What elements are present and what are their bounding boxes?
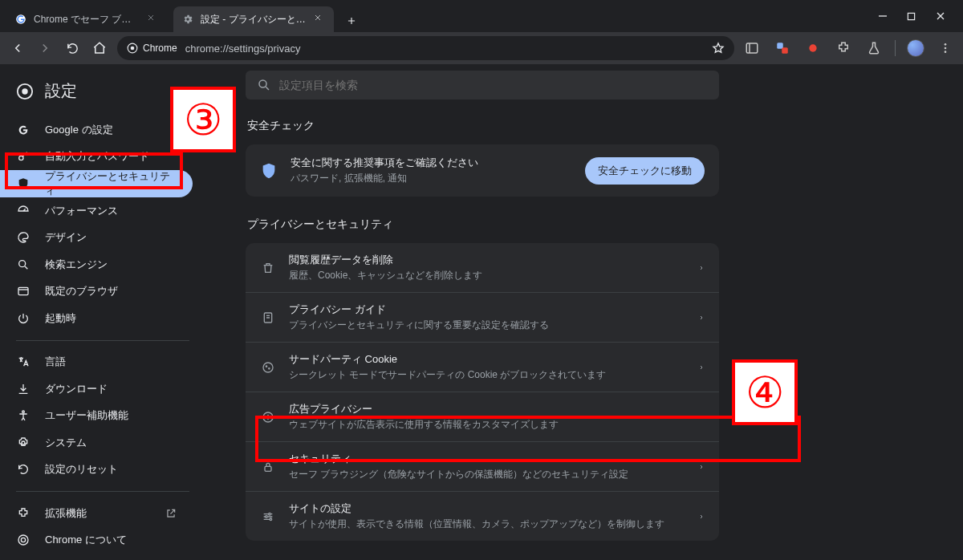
browser-tab[interactable]: Chrome でセーフ ブラウジングの保護 (6, 6, 167, 32)
browser-toolbar: Chrome chrome://settings/privacy (0, 32, 963, 64)
chevron-right-icon (698, 412, 705, 422)
sidebar-item-language[interactable]: 言語 (0, 348, 193, 375)
browser-icon (16, 284, 30, 298)
svg-point-8 (945, 43, 947, 46)
reading-list-icon[interactable] (742, 39, 762, 58)
row-site-settings[interactable]: サイトの設定サイトが使用、表示できる情報（位置情報、カメラ、ポップアップなど）を… (246, 491, 719, 541)
cookie-icon (260, 361, 276, 374)
svg-point-24 (269, 367, 270, 368)
menu-button[interactable] (936, 39, 955, 58)
sidebar-item-label: Chrome について (45, 533, 127, 547)
browser-tab-active[interactable]: 設定 - プライバシーとセキュリティ (173, 6, 334, 32)
safety-check-button[interactable]: 安全チェックに移動 (585, 157, 705, 185)
key-icon (16, 149, 30, 164)
svg-point-28 (266, 515, 268, 517)
extensions-icon[interactable] (834, 39, 853, 58)
reload-button[interactable] (63, 39, 82, 58)
sidebar-item-label: 言語 (45, 355, 66, 369)
sidebar-item-label: 設定のリセット (45, 462, 118, 477)
sidebar-item-label: 自動入力とパスワード (45, 149, 149, 164)
annotation-label: ④ (746, 367, 784, 418)
extension-icon (16, 506, 30, 521)
close-icon[interactable] (313, 13, 326, 26)
labs-icon[interactable] (864, 39, 884, 58)
sidebar-item-label: パフォーマンス (45, 204, 118, 218)
sidebar-item-privacy[interactable]: プライバシーとセキュリティ (0, 170, 193, 197)
row-title: セキュリティ (289, 452, 628, 466)
svg-point-9 (945, 47, 947, 50)
maximize-button[interactable] (907, 12, 918, 21)
row-subtitle: セーフ ブラウジング（危険なサイトからの保護機能）などのセキュリティ設定 (289, 468, 628, 481)
external-link-icon (165, 508, 177, 519)
sidebar-item-downloads[interactable]: ダウンロード (0, 375, 193, 403)
sidebar-item-appearance[interactable]: デザイン (0, 225, 193, 252)
sidebar-item-label: ダウンロード (45, 382, 108, 396)
svg-rect-26 (265, 466, 271, 471)
sidebar-item-accessibility[interactable]: ユーザー補助機能 (0, 402, 193, 429)
window-controls (878, 0, 957, 32)
svg-point-14 (19, 260, 26, 266)
trash-icon (260, 262, 276, 274)
sidebar-item-reset[interactable]: 設定のリセット (0, 456, 193, 483)
chevron-right-icon (698, 263, 705, 273)
sidebar-item-default-browser[interactable]: 既定のブラウザ (0, 278, 193, 306)
svg-point-27 (269, 513, 271, 515)
sidebar-item-search[interactable]: 検索エンジン (0, 251, 193, 278)
settings-search-input[interactable] (279, 79, 708, 91)
row-security[interactable]: セキュリティセーフ ブラウジング（危険なサイトからの保護機能）などのセキュリティ… (246, 441, 719, 491)
bookmark-star-icon[interactable] (712, 42, 725, 55)
svg-point-22 (263, 363, 273, 372)
safety-check-title: 安全チェック (247, 119, 944, 133)
row-third-party-cookies[interactable]: サードパーティ Cookieシークレット モードでサードパーティの Cookie… (246, 342, 719, 392)
shield-icon (260, 162, 278, 180)
minimize-button[interactable] (878, 11, 889, 21)
row-privacy-guide[interactable]: プライバシー ガイドプライバシーとセキュリティに関する重要な設定を確認する (246, 292, 719, 342)
close-window-button[interactable] (936, 11, 947, 21)
sidebar-item-performance[interactable]: パフォーマンス (0, 197, 193, 225)
accessibility-icon (16, 408, 30, 423)
svg-point-10 (945, 51, 947, 53)
row-clear-browsing-data[interactable]: 閲覧履歴データを削除履歴、Cookie、キャッシュなどを削除します (246, 243, 719, 292)
svg-point-20 (259, 80, 266, 87)
row-ad-privacy[interactable]: 広告プライバシーウェブサイトが広告表示に使用する情報をカスタマイズします (246, 392, 719, 441)
sidebar-item-about[interactable]: Chrome について (0, 526, 193, 554)
sidebar-item-extensions[interactable]: 拡張機能 (0, 500, 193, 527)
profile-avatar[interactable] (907, 39, 924, 57)
sidebar-item-label: 起動時 (45, 311, 76, 326)
svg-point-3 (131, 47, 135, 51)
svg-rect-15 (18, 288, 28, 295)
svg-point-19 (21, 538, 25, 542)
row-title: プライバシー ガイド (289, 302, 549, 317)
sidebar-item-autofill[interactable]: 自動入力とパスワード (0, 144, 193, 171)
svg-point-17 (22, 441, 25, 444)
tab-title: Chrome でセーフ ブラウジングの保護 (34, 13, 140, 26)
back-button[interactable] (8, 39, 27, 58)
record-icon[interactable] (803, 39, 823, 58)
new-tab-button[interactable] (340, 10, 363, 32)
sidebar-item-label: ユーザー補助機能 (45, 408, 128, 423)
row-title: サイトの設定 (289, 501, 664, 516)
ads-icon (260, 411, 276, 424)
sidebar-item-label: 拡張機能 (45, 506, 87, 521)
row-subtitle: シークレット モードでサードパーティの Cookie がブロックされています (289, 368, 606, 382)
sidebar-item-google[interactable]: Google の設定 (0, 116, 193, 144)
svg-point-16 (22, 411, 25, 413)
chrome-icon (16, 533, 30, 547)
forward-button[interactable] (35, 39, 55, 58)
translate-icon[interactable] (773, 39, 792, 58)
settings-title: 設定 (45, 80, 77, 102)
close-icon[interactable] (146, 13, 159, 26)
home-button[interactable] (90, 39, 109, 58)
sidebar-divider (16, 340, 189, 341)
settings-search[interactable] (246, 71, 719, 99)
omnibox-chip-label: Chrome (143, 43, 177, 54)
svg-point-29 (270, 518, 272, 521)
sidebar-item-startup[interactable]: 起動時 (0, 305, 193, 332)
sidebar-item-system[interactable]: システム (0, 429, 193, 457)
sidebar-item-label: プライバシーとセキュリティ (45, 169, 177, 198)
system-icon (16, 436, 30, 450)
omnibox[interactable]: Chrome chrome://settings/privacy (117, 36, 734, 60)
chrome-logo-icon (16, 83, 34, 100)
row-subtitle: プライバシーとセキュリティに関する重要な設定を確認する (289, 319, 549, 332)
chevron-right-icon (698, 512, 705, 521)
